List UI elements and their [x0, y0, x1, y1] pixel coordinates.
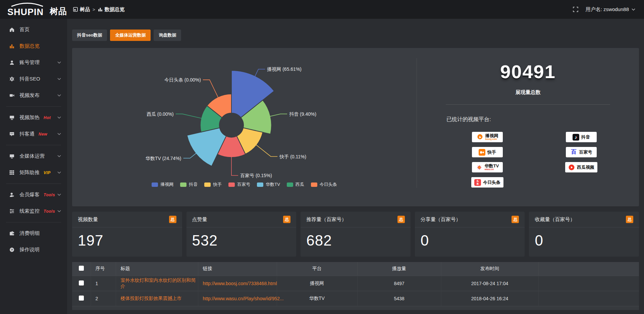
select-all-checkbox[interactable]	[79, 266, 84, 271]
sidebar-item-label: 数据总览	[19, 43, 40, 49]
row-checkbox[interactable]	[79, 296, 84, 301]
breadcrumb-page[interactable]: 数据总览	[98, 6, 125, 13]
row-no: 1	[91, 276, 116, 291]
platform-name: 抖音	[581, 135, 590, 139]
row-title-link[interactable]: 室外水纹灯和室内水纹灯的区别和简介	[116, 276, 198, 291]
slice-label-4: 华数TV (24.74%)	[146, 156, 181, 161]
row-platform: 华数TV	[277, 291, 357, 306]
bar-chart-icon	[98, 7, 103, 12]
platform-name: 今日头条	[483, 180, 500, 185]
sidebar-item-lead-monitor[interactable]: 线索监控Tools	[0, 203, 67, 219]
legend-label: 今日头条	[320, 181, 337, 188]
legend-item-5[interactable]: 西瓜	[287, 181, 304, 188]
table-header-row: 序号 标题 链接 平台 播放量 发布时间	[72, 262, 639, 276]
chevron-down-icon	[57, 94, 61, 97]
platform-subtext: boosj.com	[485, 138, 497, 141]
summary-panel: 90491 展现量总数 已统计的视频平台: 播视网boosj.com快手华数TV…	[417, 58, 639, 188]
user-menu[interactable]: 用户名: zswodun88	[586, 6, 635, 13]
row-url-link[interactable]: http://www.boosj.com/7338468.html	[198, 276, 277, 291]
tab-douyin-seo-data[interactable]: 抖音seo数据	[72, 30, 107, 41]
sidebar-tag-tools: Tools	[44, 209, 55, 214]
row-time: 2017-08-24 17:04	[441, 276, 538, 291]
sidebar-item-video-publish[interactable]: 视频发布	[0, 87, 67, 104]
platform-subtext: wasu.cn	[485, 168, 494, 171]
chevron-down-icon	[57, 155, 61, 157]
tab-inquiry-data[interactable]: 询盘数据	[154, 30, 181, 41]
sidebar-item-label: 会员爆客	[19, 192, 40, 198]
sidebar-divider	[6, 184, 61, 184]
platform-chip-baijiahao: 百百家号	[566, 147, 597, 157]
wallet-icon	[9, 231, 15, 236]
stat-card-title: 点赞量	[192, 216, 207, 223]
col-platform: 平台	[277, 262, 357, 276]
platform-chip-xigua: 西瓜视频	[565, 162, 597, 172]
total-badge[interactable]: 总	[169, 216, 176, 223]
label-line-2	[256, 145, 278, 157]
label-line-0	[255, 69, 265, 77]
platform-name: 西瓜视频	[577, 165, 594, 169]
sidebar-item-matrix-boost[interactable]: 矩阵助推VIP	[0, 164, 67, 181]
row-title-link[interactable]: 楼体投影灯投影效果震撼上市	[116, 291, 198, 306]
fullscreen-button[interactable]	[573, 7, 578, 12]
rose-slice-4[interactable]	[187, 128, 226, 166]
legend-swatch	[152, 182, 158, 187]
sidebar-item-data-overview[interactable]: 数据总览	[0, 38, 67, 54]
sidebar-item-member-booster[interactable]: 会员爆客Tools	[0, 187, 67, 203]
legend-item-6[interactable]: 今日头条	[311, 181, 337, 188]
sidebar-item-account-management[interactable]: 账号管理	[0, 54, 67, 71]
total-badge[interactable]: 总	[397, 216, 405, 223]
logo-arc-icon: SHUPIN	[7, 2, 48, 16]
legend-item-1[interactable]: 抖音	[180, 181, 198, 188]
total-badge[interactable]: 总	[512, 216, 519, 223]
row-url-link[interactable]: http://www.wasu.cn/Play/show/id/952...	[198, 291, 277, 306]
sidebar-item-label: 操作说明	[19, 247, 40, 253]
stat-card-3: 分享量（百家号）总0	[415, 212, 525, 257]
video-icon	[9, 93, 15, 98]
breadcrumb-app[interactable]: 树品	[73, 6, 90, 13]
row-empty-cell	[538, 276, 639, 291]
select-all-cell	[72, 262, 91, 276]
row-select-cell	[72, 291, 91, 306]
total-badge[interactable]: 总	[626, 216, 633, 223]
legend-item-2[interactable]: 快手	[204, 181, 222, 188]
sidebar-item-media-operation[interactable]: 全媒体运营	[0, 148, 67, 164]
legend-item-0[interactable]: 播视网	[152, 181, 173, 188]
sidebar-item-consumption-detail[interactable]: 消费明细	[0, 225, 67, 242]
sidebar-item-label: 视频发布	[19, 92, 40, 99]
tab-media-operation-data[interactable]: 全媒体运营数据	[110, 30, 151, 41]
toutiao-logo-icon: 头条	[474, 179, 481, 186]
legend-item-3[interactable]: 百家号	[228, 181, 250, 188]
platforms-grid: 播视网boosj.com快手华数TVwasu.cn头条今日头条 ♪抖音百百家号西…	[440, 132, 629, 188]
sidebar-item-douketong[interactable]: 抖客通New	[0, 126, 67, 142]
stat-card-value: 682	[301, 227, 411, 249]
sidebar-item-douyin-seo[interactable]: 抖音SEO	[0, 71, 67, 87]
legend-swatch	[311, 182, 317, 187]
row-checkbox[interactable]	[79, 280, 84, 285]
stat-card-4: 收藏量（百家号）总0	[529, 212, 639, 257]
sidebar-item-label: 矩阵助推	[19, 169, 40, 176]
stat-card-2: 推荐量（百家号）总682	[301, 212, 411, 257]
impressions-total-value: 90491	[427, 61, 629, 83]
logo-cn-text: 树品	[50, 7, 67, 16]
sidebar-divider	[6, 145, 61, 145]
data-tabs: 抖音seo数据全媒体运营数据询盘数据	[72, 30, 639, 41]
row-plays: 8497	[357, 276, 441, 291]
sidebar-tag-tools: Tools	[44, 193, 55, 197]
overview-panel: 播视网 (65.61%)抖音 (9.40%)快手 (0.11%)百家号 (0.1…	[72, 48, 639, 206]
slice-label-5: 西瓜 (0.00%)	[147, 111, 174, 117]
chevron-down-icon	[57, 171, 61, 174]
chart-icon	[9, 44, 15, 49]
douyin-logo-icon: ♪	[573, 134, 579, 141]
platform-name: 快手	[487, 150, 496, 154]
legend-item-4[interactable]: 华数TV	[257, 181, 280, 188]
platforms-title: 已统计的视频平台:	[446, 116, 629, 123]
summary-divider	[446, 104, 610, 105]
sidebar-item-home[interactable]: 首页	[0, 21, 67, 38]
row-plays: 5438	[357, 291, 441, 306]
sidebar-item-video-heating[interactable]: 视频加热Hot	[0, 109, 67, 126]
total-badge[interactable]: 总	[283, 216, 290, 223]
stat-card-1: 点赞量总532	[186, 212, 297, 257]
platform-name: 百家号	[579, 150, 592, 154]
sidebar-item-operation-guide[interactable]: ?操作说明	[0, 242, 67, 258]
legend-label: 抖音	[189, 181, 198, 188]
